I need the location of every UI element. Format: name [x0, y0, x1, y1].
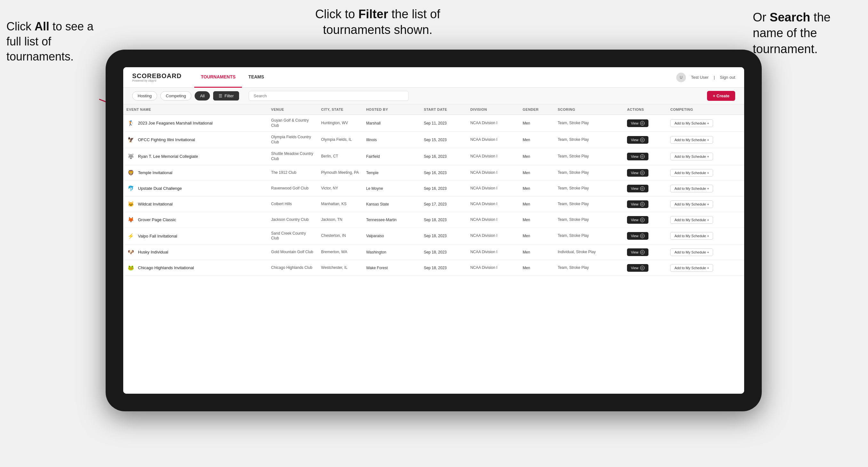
cell-scoring-3: Team, Stroke Play: [554, 165, 624, 181]
view-button-1[interactable]: View ⊙: [627, 136, 648, 144]
add-schedule-button-6[interactable]: Add to My Schedule +: [670, 216, 713, 224]
tab-all[interactable]: All: [195, 91, 210, 100]
sign-out-link[interactable]: Sign out: [720, 75, 735, 80]
logo-title: SCOREBOARD: [132, 72, 182, 80]
cell-division-3: NCAA Division I: [467, 165, 520, 181]
view-icon-3: ⊙: [640, 170, 645, 175]
cell-gender-3: Men: [520, 165, 554, 181]
cell-scoring-6: Team, Stroke Play: [554, 212, 624, 227]
cell-date-1: Sep 15, 2023: [421, 131, 467, 148]
event-name-text-8: Husky Individual: [138, 250, 168, 254]
add-schedule-button-8[interactable]: Add to My Schedule +: [670, 248, 713, 256]
add-schedule-button-0[interactable]: Add to My Schedule +: [670, 119, 713, 127]
user-name: Test User: [691, 75, 709, 80]
view-button-9[interactable]: View ⊙: [627, 264, 648, 272]
view-icon-4: ⊙: [640, 186, 645, 191]
cell-venue-9: Chicago Highlands Club: [268, 260, 318, 276]
team-logo-4: 🐬: [126, 184, 135, 193]
team-logo-6: 🦊: [126, 215, 135, 224]
view-button-6[interactable]: View ⊙: [627, 216, 648, 224]
logo-subtitle: Powered by clipp'd: [132, 79, 182, 82]
cell-actions-3: View ⊙: [624, 165, 667, 181]
filter-bar: Hosting Competing All ☰ Filter + Create: [123, 88, 744, 104]
add-schedule-button-9[interactable]: Add to My Schedule +: [670, 264, 713, 272]
create-button[interactable]: + Create: [707, 91, 735, 101]
nav-tournaments[interactable]: TOURNAMENTS: [194, 67, 242, 88]
cell-division-6: NCAA Division I: [467, 212, 520, 227]
add-schedule-button-1[interactable]: Add to My Schedule +: [670, 136, 713, 144]
nav-links: TOURNAMENTS TEAMS: [194, 67, 676, 88]
filter-button[interactable]: ☰ Filter: [213, 91, 239, 100]
col-venue: VENUE: [268, 104, 318, 115]
view-button-4[interactable]: View ⊙: [627, 185, 648, 192]
col-start-date: START DATE: [421, 104, 467, 115]
view-button-8[interactable]: View ⊙: [627, 248, 648, 256]
cell-division-1: NCAA Division I: [467, 131, 520, 148]
add-schedule-button-3[interactable]: Add to My Schedule +: [670, 169, 713, 177]
add-schedule-button-2[interactable]: Add to My Schedule +: [670, 153, 713, 160]
cell-hosted-8: Washington: [363, 244, 421, 260]
cell-competing-3: Add to My Schedule +: [667, 165, 744, 181]
cell-city-7: Chesterton, IN: [318, 227, 363, 244]
table-row: 🐺 Ryan T. Lee Memorial Collegiate Shuttl…: [123, 148, 744, 165]
search-input[interactable]: [249, 91, 409, 101]
table-row: 🏌️ 2023 Joe Feaganes Marshall Invitation…: [123, 115, 744, 131]
cell-venue-0: Guyan Golf & Country Club: [268, 115, 318, 131]
view-icon-0: ⊙: [640, 121, 645, 125]
cell-scoring-5: Team, Stroke Play: [554, 196, 624, 212]
add-schedule-button-4[interactable]: Add to My Schedule +: [670, 185, 713, 192]
cell-actions-6: View ⊙: [624, 212, 667, 227]
cell-competing-7: Add to My Schedule +: [667, 227, 744, 244]
add-schedule-button-7[interactable]: Add to My Schedule +: [670, 232, 713, 240]
view-button-5[interactable]: View ⊙: [627, 200, 648, 208]
col-division: DIVISION: [467, 104, 520, 115]
cell-actions-1: View ⊙: [624, 131, 667, 148]
view-icon-8: ⊙: [640, 250, 645, 254]
cell-actions-8: View ⊙: [624, 244, 667, 260]
cell-actions-2: View ⊙: [624, 148, 667, 165]
view-button-3[interactable]: View ⊙: [627, 169, 648, 177]
view-icon-6: ⊙: [640, 218, 645, 222]
cell-city-5: Manhattan, KS: [318, 196, 363, 212]
event-name-text-3: Temple Invitational: [138, 170, 173, 175]
team-logo-2: 🐺: [126, 152, 135, 161]
col-hosted-by: HOSTED BY: [363, 104, 421, 115]
top-navigation: SCOREBOARD Powered by clipp'd TOURNAMENT…: [123, 67, 744, 88]
cell-gender-0: Men: [520, 115, 554, 131]
event-name-text-6: Grover Page Classic: [138, 217, 176, 222]
cell-event-name-5: 🐱 Wildcat Invitational: [123, 196, 268, 212]
table-row: 🐶 Husky Individual Gold Mountain Golf Cl…: [123, 244, 744, 260]
table-row: 🐸 Chicago Highlands Invitational Chicago…: [123, 260, 744, 276]
cell-date-0: Sep 11, 2023: [421, 115, 467, 131]
add-schedule-button-5[interactable]: Add to My Schedule +: [670, 200, 713, 208]
cell-scoring-1: Team, Stroke Play: [554, 131, 624, 148]
tab-hosting[interactable]: Hosting: [132, 91, 157, 100]
tab-competing[interactable]: Competing: [160, 91, 191, 100]
nav-teams[interactable]: TEAMS: [242, 67, 271, 88]
cell-division-0: NCAA Division I: [467, 115, 520, 131]
table-header: EVENT NAME VENUE CITY, STATE HOSTED BY S…: [123, 104, 744, 115]
view-button-0[interactable]: View ⊙: [627, 119, 648, 127]
tournaments-table-container: EVENT NAME VENUE CITY, STATE HOSTED BY S…: [123, 104, 744, 394]
user-avatar: U: [676, 73, 686, 82]
nav-right: U Test User | Sign out: [676, 73, 735, 82]
cell-date-2: Sep 16, 2023: [421, 148, 467, 165]
cell-event-name-6: 🦊 Grover Page Classic: [123, 212, 268, 227]
cell-gender-6: Men: [520, 212, 554, 227]
cell-event-name-1: 🦅 OFCC Fighting Illini Invitational: [123, 131, 268, 148]
col-gender: GENDER: [520, 104, 554, 115]
cell-competing-2: Add to My Schedule +: [667, 148, 744, 165]
nav-separator: |: [714, 75, 715, 80]
view-icon-5: ⊙: [640, 202, 645, 207]
cell-date-3: Sep 16, 2023: [421, 165, 467, 181]
cell-city-6: Jackson, TN: [318, 212, 363, 227]
cell-gender-9: Men: [520, 260, 554, 276]
view-button-2[interactable]: View ⊙: [627, 153, 648, 160]
event-name-text-0: 2023 Joe Feaganes Marshall Invitational: [138, 121, 213, 125]
cell-hosted-4: Le Moyne: [363, 181, 421, 196]
cell-venue-3: The 1912 Club: [268, 165, 318, 181]
cell-scoring-9: Team, Stroke Play: [554, 260, 624, 276]
search-box: [249, 91, 409, 101]
view-button-7[interactable]: View ⊙: [627, 232, 648, 240]
cell-scoring-8: Individual, Stroke Play: [554, 244, 624, 260]
